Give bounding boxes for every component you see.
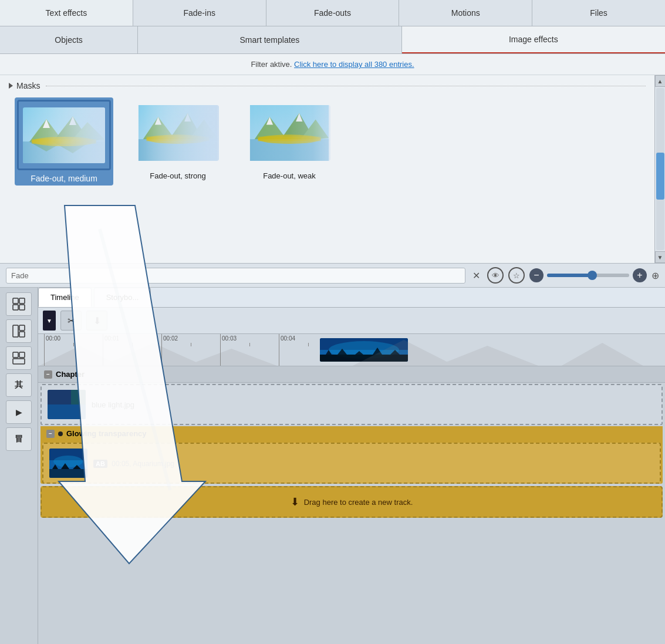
zoom-target-button[interactable]: ⊕ bbox=[652, 270, 659, 281]
item-thumb-weak bbox=[248, 105, 330, 161]
svg-rect-6 bbox=[23, 141, 105, 163]
track-row-aquarium: AB 00:05, Aquarium.jpg bbox=[43, 444, 660, 483]
svg-marker-14 bbox=[168, 113, 204, 141]
tab-row-2: Objects Smart templates Image effects bbox=[0, 26, 665, 54]
track-timestamp-aquarium: AB 00:05, Aquarium.jpg bbox=[93, 460, 654, 468]
svg-marker-8 bbox=[52, 141, 90, 153]
collapse-triangle[interactable] bbox=[9, 83, 13, 89]
tab-fade-ins[interactable]: Fade-ins bbox=[133, 0, 266, 26]
star-icon-button[interactable]: ☆ bbox=[508, 267, 525, 284]
tab-motions[interactable]: Motions bbox=[399, 0, 532, 26]
golden-track-label: Glowing transparency bbox=[66, 429, 147, 438]
track-info-aquarium: AB 00:05, Aquarium.jpg bbox=[93, 458, 654, 468]
svg-rect-40 bbox=[19, 352, 25, 358]
golden-track-inner: AB 00:05, Aquarium.jpg bbox=[42, 443, 661, 484]
item-fade-weak[interactable]: Fade-out, weak bbox=[242, 97, 336, 186]
svg-rect-12 bbox=[139, 105, 217, 161]
left-toolbar: 其 ▶ 冒 bbox=[0, 288, 38, 644]
toolbar-subtitle-btn[interactable]: 冒 bbox=[6, 427, 32, 451]
section-dots bbox=[46, 86, 646, 86]
svg-rect-59 bbox=[71, 390, 86, 404]
svg-rect-35 bbox=[19, 305, 25, 310]
item-thumb-wrap-weak bbox=[242, 97, 336, 168]
chapter-collapse-btn[interactable]: − bbox=[44, 370, 52, 379]
scroll-down-arrow[interactable]: ▼ bbox=[655, 251, 666, 263]
ab-badge: AB bbox=[93, 460, 107, 468]
svg-marker-23 bbox=[254, 117, 288, 141]
filter-link[interactable]: Click here to display all 380 entries. bbox=[294, 60, 414, 69]
golden-dot bbox=[58, 431, 63, 436]
tab-storyboard[interactable]: Storybo... bbox=[94, 288, 151, 307]
svg-marker-13 bbox=[142, 117, 177, 141]
svg-marker-4 bbox=[43, 119, 50, 128]
content-area: Masks bbox=[0, 75, 665, 263]
cut-button[interactable]: ✂ bbox=[60, 311, 82, 331]
toolbar-split-btn[interactable] bbox=[6, 319, 32, 343]
filter-text: Filter aktive. bbox=[251, 60, 292, 69]
track-row-blue-light: blue light.jpg bbox=[42, 385, 661, 424]
tab-text-effects[interactable]: Text effects bbox=[0, 0, 133, 26]
svg-marker-54 bbox=[352, 340, 456, 366]
svg-marker-26 bbox=[266, 117, 273, 124]
tab-files[interactable]: Files bbox=[532, 0, 665, 26]
svg-point-62 bbox=[53, 456, 83, 467]
item-thumb-medium bbox=[23, 107, 105, 163]
drag-icon: ⬇ bbox=[291, 495, 299, 508]
item-fade-medium[interactable]: Fade-out, medium bbox=[15, 97, 113, 186]
track-aquarium-name: Aquarium.jpg bbox=[133, 460, 174, 468]
toolbar-text-btn[interactable]: 其 bbox=[6, 373, 32, 397]
clear-search-button[interactable]: ✕ bbox=[470, 269, 482, 282]
svg-marker-27 bbox=[296, 113, 302, 122]
tab-timeline[interactable]: Timeline bbox=[38, 288, 92, 307]
item-label-medium: Fade-out, medium bbox=[31, 174, 97, 183]
insert-button[interactable]: ⬇ bbox=[86, 311, 107, 331]
content-inner: Masks bbox=[0, 75, 654, 263]
svg-marker-55 bbox=[435, 346, 539, 366]
item-label-strong: Fade-out, strong bbox=[150, 171, 205, 180]
zoom-out-button[interactable]: − bbox=[529, 268, 544, 282]
golden-collapse-btn[interactable]: − bbox=[46, 430, 55, 438]
svg-rect-36 bbox=[13, 325, 18, 337]
item-fade-strong[interactable]: Fade-out, strong bbox=[131, 97, 225, 186]
tab-objects[interactable]: Objects bbox=[0, 26, 138, 53]
playhead-marker[interactable]: ▼ bbox=[43, 311, 56, 331]
svg-marker-52 bbox=[101, 343, 205, 366]
svg-marker-16 bbox=[155, 117, 161, 124]
svg-marker-25 bbox=[299, 119, 329, 141]
svg-point-19 bbox=[146, 134, 209, 144]
timeline-toolbar: ▼ ✂ ⬇ bbox=[38, 308, 665, 334]
scroll-thumb[interactable] bbox=[656, 153, 664, 200]
zoom-in-button[interactable]: + bbox=[633, 268, 647, 282]
scrollbar: ▲ ▼ bbox=[654, 75, 665, 263]
timeline-ruler: 00:00 00:01 00:02 00:03 00:04 bbox=[38, 334, 665, 366]
toolbar-layers-btn[interactable] bbox=[6, 346, 32, 370]
svg-marker-15 bbox=[188, 119, 217, 141]
drag-new-track[interactable]: ⬇ Drag here to create a new track. bbox=[40, 486, 663, 518]
timeline-tabs: Timeline Storybo... bbox=[38, 288, 665, 308]
svg-rect-20 bbox=[146, 136, 209, 141]
scroll-up-arrow[interactable]: ▲ bbox=[655, 75, 666, 87]
filter-bar: Filter aktive. Click here to display all… bbox=[0, 54, 665, 75]
search-input[interactable] bbox=[6, 268, 465, 284]
zoom-slider-fill bbox=[547, 274, 592, 277]
svg-rect-33 bbox=[19, 298, 25, 304]
track-thumb-aquarium bbox=[49, 449, 87, 478]
tab-fade-outs[interactable]: Fade-outs bbox=[266, 0, 400, 26]
scroll-track[interactable] bbox=[656, 88, 664, 250]
preview-icon-button[interactable]: 👁 bbox=[487, 267, 504, 284]
tab-smart-templates[interactable]: Smart templates bbox=[138, 26, 401, 53]
svg-point-29 bbox=[258, 134, 320, 144]
svg-rect-37 bbox=[19, 325, 25, 331]
svg-rect-38 bbox=[19, 332, 25, 337]
toolbar-grid-btn[interactable] bbox=[6, 292, 32, 316]
svg-point-9 bbox=[32, 137, 96, 146]
track-filename-blue-light: blue light.jpg bbox=[92, 400, 134, 409]
svg-rect-28 bbox=[250, 139, 329, 161]
timeline-area: Timeline Storybo... ▼ ✂ ⬇ bbox=[38, 288, 665, 644]
zoom-slider-thumb[interactable] bbox=[588, 271, 597, 280]
svg-marker-2 bbox=[52, 116, 90, 143]
toolbar-play-btn[interactable]: ▶ bbox=[6, 400, 32, 424]
tab-row-1: Text effects Fade-ins Fade-outs Motions … bbox=[0, 0, 665, 26]
zoom-slider[interactable] bbox=[547, 274, 629, 277]
tab-image-effects[interactable]: Image effects bbox=[402, 26, 665, 53]
